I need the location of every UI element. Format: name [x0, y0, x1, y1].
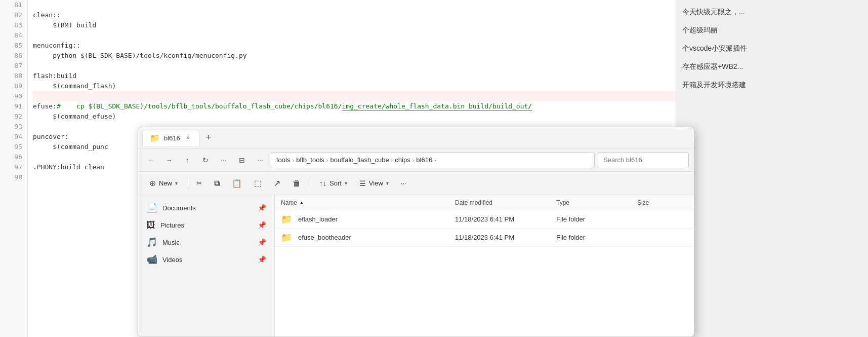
nav-item-videos[interactable]: 📹 Videos 📌 [138, 251, 274, 268]
main-content: 📄 Documents 📌 🖼 Pictures 📌 🎵 Music 📌 📹 V… [138, 195, 694, 336]
up-button[interactable]: ↑ [180, 153, 195, 168]
file-date-efuse: 11/18/2023 6:41 PM [455, 234, 556, 241]
col-header-date: Date modified [455, 199, 556, 206]
breadcrumb-more-button[interactable]: ··· [253, 153, 268, 168]
line-numbers: 81 82 83 84 85 86 87 88 89 90 91 92 93 9… [0, 0, 28, 337]
breadcrumb-bl616[interactable]: bl616 [416, 156, 432, 164]
files-panel: Name ▲ Date modified Type Size 📁 eflash_… [275, 195, 694, 336]
nav-label-videos: Videos [162, 256, 183, 264]
nav-label-documents: Documents [162, 204, 196, 212]
col-header-name: Name ▲ [281, 199, 455, 206]
breadcrumb-bflb_tools[interactable]: bflb_tools [296, 156, 324, 164]
explorer-tab[interactable]: 📁 bl616 × [142, 130, 199, 146]
pin-music-icon: 📌 [258, 238, 266, 246]
back-button[interactable]: ← [143, 153, 158, 168]
new-chevron-icon: ▾ [175, 180, 178, 186]
more-toolbar-button[interactable]: ··· [396, 175, 411, 192]
folder-icon-eflash: 📁 [281, 214, 292, 225]
nav-label-pictures: Pictures [160, 221, 184, 229]
toolbar: ⊕ New ▾ ✂ ⧉ 📋 ⬚ ↗ 🗑 ↑↓ Sort ▾ ☰ [138, 172, 694, 195]
sort-chevron-icon: ▾ [345, 180, 347, 186]
sort-icon: ↑↓ [319, 179, 326, 188]
file-row-efuse[interactable]: 📁 efuse_bootheader 11/18/2023 6:41 PM Fi… [275, 229, 694, 247]
file-type-efuse: File folder [556, 234, 637, 241]
breadcrumb-bouffalo_flash_cube[interactable]: bouffalo_flash_cube [330, 156, 389, 164]
separator-2 [310, 177, 310, 190]
paste-button[interactable]: 📋 [227, 175, 247, 192]
sidebar-item-2[interactable]: 个vscode小安派插件 [682, 41, 862, 56]
view-icon: ☰ [359, 179, 366, 188]
sidebar-item-1[interactable]: 个超级玛丽 [682, 22, 862, 38]
music-icon: 🎵 [146, 237, 157, 248]
pin-videos-icon: 📌 [258, 255, 266, 264]
rename-icon: ⬚ [254, 178, 262, 188]
sidebar-item-3[interactable]: 存在感应器+WB2... [682, 59, 862, 74]
file-name-eflash: eflash_loader [298, 215, 338, 223]
share-icon: ↗ [274, 178, 280, 188]
breadcrumb-tools[interactable]: tools [276, 156, 290, 164]
more-nav-button[interactable]: ··· [216, 153, 231, 168]
forward-button[interactable]: → [161, 153, 177, 168]
cut-button[interactable]: ✂ [191, 175, 207, 192]
sort-button[interactable]: ↑↓ Sort ▾ [314, 175, 352, 192]
view-button[interactable]: ☰ View ▾ [354, 175, 394, 192]
copy-icon: ⧉ [214, 179, 220, 188]
new-button[interactable]: ⊕ New ▾ [144, 175, 183, 192]
sort-arrow-icon: ▲ [299, 200, 304, 205]
file-date-eflash: 11/18/2023 6:41 PM [455, 215, 556, 223]
sidebar-item-4[interactable]: 开箱及开发环境搭建 [682, 77, 862, 92]
file-explorer-window: 📁 bl616 × + ← → ↑ ↻ ··· ⊟ ··· tools › bf… [138, 127, 694, 337]
pin-documents-icon: 📌 [258, 204, 266, 212]
new-icon: ⊕ [149, 178, 156, 188]
tab-label: bl616 [164, 134, 180, 142]
nav-item-pictures[interactable]: 🖼 Pictures 📌 [138, 216, 274, 234]
rename-button[interactable]: ⬚ [249, 175, 267, 192]
view-chevron-icon: ▾ [386, 180, 389, 186]
new-label: New [159, 179, 172, 187]
delete-icon: 🗑 [293, 179, 301, 188]
videos-icon: 📹 [146, 254, 157, 265]
col-header-type: Type [556, 199, 637, 206]
sidebar-item-0[interactable]: 今天快级元限之，... [682, 4, 862, 19]
sort-label: Sort [329, 179, 342, 187]
file-name-efuse: efuse_bootheader [298, 234, 351, 241]
file-type-eflash: File folder [556, 215, 637, 223]
col-header-size: Size [637, 199, 688, 206]
paste-icon: 📋 [232, 178, 242, 188]
nav-label-music: Music [162, 239, 180, 246]
right-sidebar: 今天快级元限之，... 个超级玛丽 个vscode小安派插件 存在感应器+WB2… [676, 0, 868, 337]
nav-item-music[interactable]: 🎵 Music 📌 [138, 234, 274, 251]
separator-1 [187, 177, 187, 190]
address-bar: ← → ↑ ↻ ··· ⊟ ··· tools › bflb_tools › b… [138, 148, 694, 172]
pictures-icon: 🖼 [146, 220, 155, 231]
title-bar: 📁 bl616 × + [138, 127, 694, 148]
delete-button[interactable]: 🗑 [287, 175, 306, 192]
refresh-button[interactable]: ↻ [198, 153, 213, 168]
file-row-eflash[interactable]: 📁 eflash_loader 11/18/2023 6:41 PM File … [275, 210, 694, 229]
pin-pictures-icon: 📌 [258, 221, 266, 229]
copy-button[interactable]: ⧉ [209, 175, 225, 192]
view-label: View [369, 179, 383, 187]
tab-close-button[interactable]: × [184, 133, 192, 142]
folder-tab-icon: 📁 [150, 133, 160, 143]
tab-add-button[interactable]: + [201, 131, 216, 145]
left-nav-panel: 📄 Documents 📌 🖼 Pictures 📌 🎵 Music 📌 📹 V… [138, 195, 275, 336]
nav-item-documents[interactable]: 📄 Documents 📌 [138, 199, 274, 216]
documents-icon: 📄 [146, 202, 157, 213]
share-button[interactable]: ↗ [269, 175, 285, 192]
location-button[interactable]: ⊟ [234, 153, 250, 168]
cut-icon: ✂ [196, 179, 202, 187]
search-input[interactable] [598, 152, 689, 168]
folder-icon-efuse: 📁 [281, 232, 292, 243]
breadcrumb-chips[interactable]: chips [395, 156, 410, 164]
more-toolbar-icon: ··· [401, 179, 406, 187]
breadcrumb[interactable]: tools › bflb_tools › bouffalo_flash_cube… [271, 152, 595, 168]
files-header: Name ▲ Date modified Type Size [275, 195, 694, 210]
